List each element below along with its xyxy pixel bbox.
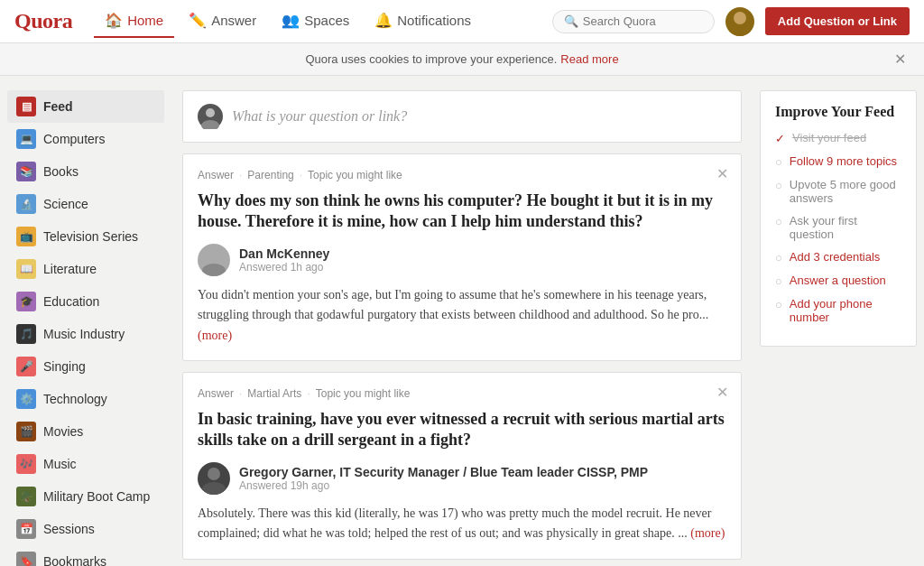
question-card-1: Answer · Parenting · Topic you might lik… [182, 153, 742, 361]
answer-icon: ✏️ [189, 12, 207, 29]
home-icon: 🏠 [105, 12, 123, 29]
sidebar-item-tv[interactable]: 📺 Television Series [7, 220, 164, 253]
card-2-more-link[interactable]: (more) [690, 526, 725, 540]
sidebar-item-music[interactable]: 🎶 Music [7, 448, 164, 480]
movies-icon: 🎬 [16, 422, 36, 441]
bookmarks-icon: 🔖 [16, 552, 36, 566]
cookie-banner: Quora uses cookies to improve your exper… [0, 43, 924, 76]
cookie-text: Quora uses cookies to improve your exper… [305, 52, 557, 66]
sidebar-item-music-industry[interactable]: 🎵 Music Industry [7, 318, 164, 350]
checkmark-phone: ○ [775, 298, 782, 311]
svg-point-1 [729, 25, 751, 36]
card-2-title[interactable]: In basic training, have you ever witness… [198, 409, 726, 451]
sidebar-label-feed: Feed [43, 99, 73, 114]
feed-label-phone[interactable]: Add your phone number [790, 297, 901, 324]
bell-icon: 🔔 [374, 12, 393, 29]
sessions-icon: 📅 [16, 519, 36, 539]
nav-spaces-label: Spaces [304, 13, 349, 28]
card-2-type: Answer [198, 387, 234, 400]
sidebar-label-movies: Movies [43, 424, 83, 439]
sidebar-label-music: Music [43, 457, 77, 471]
music-industry-icon: 🎵 [16, 324, 36, 344]
education-icon: 🎓 [16, 292, 36, 311]
sidebar-item-education[interactable]: 🎓 Education [7, 285, 164, 318]
card-2-answerer-row: Gregory Garner, IT Security Manager / Bl… [198, 462, 726, 495]
nav-spaces[interactable]: 👥 Spaces [271, 5, 360, 38]
technology-icon: ⚙️ [16, 389, 36, 409]
svg-point-2 [206, 108, 215, 117]
science-icon: 🔬 [16, 194, 36, 214]
question-card-2: Answer · Martial Arts · Topic you might … [182, 372, 742, 560]
sidebar-item-literature[interactable]: 📖 Literature [7, 253, 164, 285]
card-1-close-button[interactable]: ✕ [716, 165, 728, 182]
sidebar-label-technology: Technology [43, 392, 107, 406]
card-1-tag: Topic you might like [308, 169, 402, 181]
feed-label-answer[interactable]: Answer a question [790, 274, 886, 287]
sidebar-label-sessions: Sessions [43, 522, 95, 536]
sidebar-label-music-industry: Music Industry [43, 327, 125, 341]
tv-icon: 📺 [16, 227, 36, 246]
card-2-meta: Answer · Martial Arts · Topic you might … [198, 387, 726, 400]
computers-icon: 💻 [16, 129, 36, 149]
card-1-answered-time: Answered 1h ago [239, 261, 329, 274]
svg-point-6 [208, 468, 220, 480]
card-1-answerer-avatar [198, 244, 230, 276]
nav-notifications[interactable]: 🔔 Notifications [364, 5, 482, 38]
ask-avatar [198, 104, 223, 129]
card-1-title[interactable]: Why does my son think he owns his comput… [198, 190, 726, 233]
feed-label-follow[interactable]: Follow 9 more topics [790, 154, 897, 168]
logo[interactable]: Quora [14, 9, 72, 33]
card-2-answerer-avatar [198, 462, 230, 495]
military-icon: 🪖 [16, 487, 36, 506]
svg-point-3 [201, 120, 219, 129]
card-2-answer-text: Absolutely. There was this kid (literall… [198, 504, 726, 544]
checkmark-credentials: ○ [775, 251, 782, 264]
sidebar-item-science[interactable]: 🔬 Science [7, 188, 164, 220]
avatar[interactable] [725, 7, 754, 36]
sidebar-label-tv: Television Series [43, 229, 138, 244]
navbar: Quora 🏠 Home ✏️ Answer 👥 Spaces 🔔 Notifi… [0, 0, 924, 43]
improve-feed-box: Improve Your Feed ✓ Visit your feed ○ Fo… [760, 90, 917, 347]
content-area: What is your question or link? Answer · … [171, 90, 753, 566]
card-1-answerer-name[interactable]: Dan McKenney [239, 246, 329, 261]
nav-answer[interactable]: ✏️ Answer [178, 5, 267, 38]
card-2-close-button[interactable]: ✕ [716, 384, 728, 401]
sidebar-item-feed[interactable]: ▤ Feed [7, 90, 164, 123]
feed-item-follow: ○ Follow 9 more topics [775, 154, 901, 169]
card-2-topic[interactable]: Martial Arts [247, 387, 301, 400]
search-icon: 🔍 [564, 14, 578, 29]
cookie-close-button[interactable]: ✕ [894, 51, 906, 68]
nav-items: 🏠 Home ✏️ Answer 👥 Spaces 🔔 Notification… [94, 5, 552, 38]
nav-answer-label: Answer [211, 13, 256, 28]
sidebar-label-education: Education [43, 294, 99, 309]
sidebar-item-singing[interactable]: 🎤 Singing [7, 350, 164, 383]
card-1-more-link[interactable]: (more) [198, 329, 232, 342]
nav-home-label: Home [127, 13, 163, 28]
sidebar-item-sessions[interactable]: 📅 Sessions [7, 513, 164, 545]
feed-label-credentials[interactable]: Add 3 credentials [790, 250, 880, 264]
nav-home[interactable]: 🏠 Home [94, 5, 174, 38]
card-2-answered-time: Answered 19h ago [239, 479, 648, 492]
sidebar-item-books[interactable]: 📚 Books [7, 155, 164, 188]
improve-feed-title: Improve Your Feed [775, 104, 901, 120]
sidebar-item-bookmarks[interactable]: 🔖 Bookmarks [7, 545, 164, 566]
ask-placeholder[interactable]: What is your question or link? [232, 108, 407, 125]
right-panel: Improve Your Feed ✓ Visit your feed ○ Fo… [753, 90, 924, 566]
sidebar-item-computers[interactable]: 💻 Computers [7, 123, 164, 155]
card-2-answerer-name[interactable]: Gregory Garner, IT Security Manager / Bl… [239, 465, 648, 479]
add-question-button[interactable]: Add Question or Link [765, 7, 910, 35]
svg-point-4 [208, 249, 220, 262]
card-2-tag: Topic you might like [316, 387, 411, 400]
svg-point-0 [734, 12, 746, 24]
sidebar-item-movies[interactable]: 🎬 Movies [7, 415, 164, 448]
card-1-topic[interactable]: Parenting [247, 169, 293, 181]
feed-label-visit: Visit your feed [792, 131, 866, 144]
feed-label-ask: Ask your first question [790, 214, 901, 241]
svg-point-5 [202, 264, 226, 276]
search-input[interactable] [583, 14, 709, 28]
sidebar-item-military[interactable]: 🪖 Military Boot Camp [7, 480, 164, 513]
checkmark-visit: ✓ [775, 132, 785, 145]
feed-item-ask: ○ Ask your first question [775, 214, 901, 241]
sidebar-item-technology[interactable]: ⚙️ Technology [7, 383, 164, 415]
cookie-read-more-link[interactable]: Read more [560, 52, 618, 66]
